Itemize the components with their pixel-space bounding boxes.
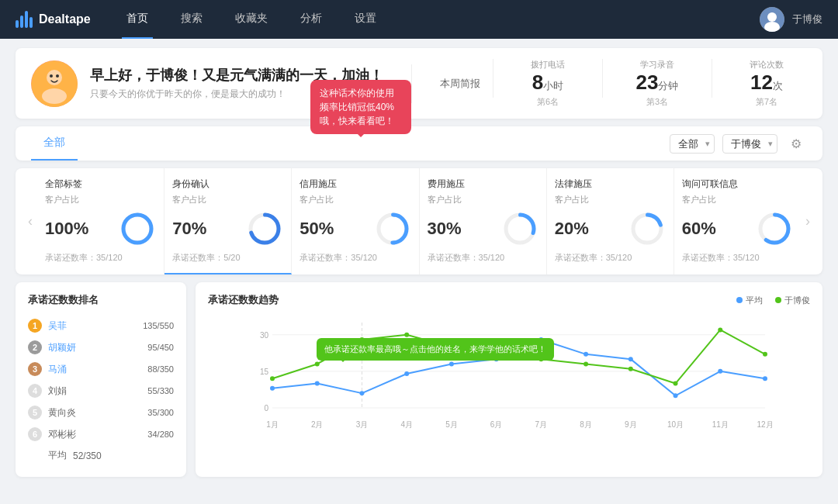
metric-sub-2: 客户占比: [300, 194, 410, 205]
svg-point-62: [763, 352, 767, 357]
svg-point-60: [674, 381, 678, 386]
svg-text:15: 15: [260, 368, 269, 376]
metric-card-1[interactable]: 身份确认 客户占比 70% 承诺还数率：5/20: [164, 168, 292, 274]
metric-card-0[interactable]: 全部标签 客户占比 100% 承诺还数率：35/120: [37, 168, 164, 274]
tab-all[interactable]: 全部: [31, 126, 78, 161]
stat-comments-unit: 次: [773, 80, 783, 91]
chart-tooltip: 他承诺还款率最高哦～点击他的姓名，来学学他的话术吧！: [317, 338, 554, 361]
legend-user: 于博俊: [775, 295, 810, 306]
metric-title-1: 身份确认: [172, 178, 283, 191]
metric-card-2[interactable]: 信用施压 客户占比 50% 承诺还数率：35/120: [292, 168, 419, 274]
legend-user-dot: [775, 297, 781, 303]
metric-pct-4: 20%: [555, 219, 589, 239]
filter1-select[interactable]: 全部: [670, 134, 715, 154]
trend-panel: 承诺还数数趋势 平均 于博俊 他承诺还款率最高哦～点击他的姓名，来学学他的话术吧…: [196, 282, 822, 477]
nav-item-favorites[interactable]: 收藏夹: [230, 0, 272, 39]
legend-avg-dot: [736, 297, 743, 303]
svg-text:4月: 4月: [400, 420, 413, 429]
metrics-nav-right[interactable]: ›: [801, 168, 815, 274]
filter2-wrap: 于博俊: [722, 134, 777, 154]
rank-score-4: 35/300: [147, 408, 174, 417]
nav-item-search[interactable]: 搜索: [176, 0, 207, 39]
metric-title-2: 信用施压: [300, 178, 410, 191]
nav-right: 于博俊: [760, 7, 822, 32]
rank-num-4: 5: [28, 406, 42, 419]
nav-item-home[interactable]: 首页: [122, 0, 153, 39]
rank-avg-label: 平均: [48, 449, 67, 462]
stat-audio: 学习录音 23分钟 第3名: [626, 59, 688, 108]
metric-title-0: 全部标签: [45, 178, 156, 191]
svg-point-51: [270, 376, 275, 381]
rank-row-5: 6 邓彬彬 34/280: [28, 423, 174, 445]
navbar: Dealtape 首页 搜索 收藏夹 分析 设置 于博俊: [0, 0, 838, 39]
metric-pct-1: 70%: [172, 219, 206, 239]
stats-group: 拨打电话 8小时 第6名 学习录音 23分钟 第3名 评论次数 12次 第7名: [493, 59, 798, 108]
metric-footer-5: 承诺还数率：35/120: [682, 252, 793, 264]
metric-row-2: 50%: [300, 210, 410, 247]
metric-footer-3: 承诺还数率：35/120: [428, 252, 538, 264]
greeting-divider: [411, 64, 412, 103]
svg-point-39: [270, 386, 275, 391]
stat-comments-value: 12: [750, 71, 773, 94]
rank-score-2: 88/350: [147, 364, 174, 374]
metric-footer-2: 承诺还数率：35/120: [300, 252, 410, 264]
svg-text:30: 30: [260, 331, 269, 340]
rank-name-2[interactable]: 马涌: [48, 363, 141, 376]
rank-name-0[interactable]: 吴菲: [48, 319, 137, 333]
rank-score-0: 135/550: [143, 321, 174, 330]
metric-footer-0: 承诺还数率：35/120: [45, 252, 156, 264]
rank-name-1[interactable]: 胡颖妍: [48, 341, 141, 354]
rank-num-1: 2: [28, 340, 42, 354]
metric-card-4[interactable]: 法律施压 客户占比 20% 承诺还数率：35/120: [547, 168, 674, 274]
nav-item-settings[interactable]: 设置: [350, 0, 381, 39]
metric-row-1: 70%: [172, 210, 283, 247]
rank-num-5: 6: [28, 427, 42, 441]
svg-text:9月: 9月: [625, 420, 637, 429]
metric-sub-0: 客户占比: [45, 194, 156, 205]
metric-donut-4: [628, 210, 666, 247]
metric-row-3: 30%: [428, 210, 538, 247]
svg-point-1: [767, 12, 777, 22]
settings-button[interactable]: ⚙: [785, 133, 807, 154]
metric-title-4: 法律施压: [555, 178, 666, 191]
bottom-section: 承诺还数数排名 1 吴菲 135/550 2 胡颖妍 95/450 3 马涌 8…: [16, 282, 822, 477]
svg-text:2月: 2月: [311, 420, 324, 429]
svg-point-41: [359, 391, 364, 395]
svg-point-48: [674, 393, 678, 398]
nav-username: 于博俊: [792, 12, 822, 26]
filter1-wrap: 全部: [670, 134, 715, 154]
rank-row-2: 3 马涌 88/350: [28, 358, 174, 380]
metric-card-5[interactable]: 询问可联信息 客户占比 60% 承诺还数率：35/120: [674, 168, 801, 274]
tabs-bar: 全部 这种话术你的使用频率比销冠低40%哦，快来看看吧！ 全部 于博俊 ⚙: [16, 126, 822, 161]
metric-sub-5: 客户占比: [682, 194, 793, 205]
rank-name-4: 黄向炎: [48, 406, 141, 419]
stat-comments-label: 评论次数: [736, 59, 798, 71]
stat-calls-rank: 第6名: [517, 96, 579, 108]
trend-title: 承诺还数数趋势: [208, 293, 279, 307]
rank-name-3: 刘娟: [48, 385, 141, 398]
metrics-nav-left[interactable]: ‹: [23, 168, 37, 274]
stat-calls-value: 8: [532, 71, 543, 94]
svg-text:5月: 5月: [445, 420, 458, 429]
chart-area: 他承诺还款率最高哦～点击他的姓名，来学学他的话术吧！ 015301月2月3月4月…: [208, 315, 810, 431]
svg-text:8月: 8月: [580, 420, 592, 429]
svg-point-58: [583, 361, 588, 366]
metric-sub-4: 客户占比: [555, 194, 666, 205]
avatar: [760, 7, 784, 32]
logo-text: Dealtape: [39, 12, 91, 26]
metric-card-3[interactable]: 费用施压 客户占比 30% 承诺还数率：35/120: [420, 168, 547, 274]
nav-item-analysis[interactable]: 分析: [296, 0, 327, 39]
stat-comments-rank: 第7名: [736, 96, 798, 108]
metric-sub-1: 客户占比: [172, 194, 283, 205]
svg-point-49: [718, 369, 722, 374]
metric-row-0: 100%: [45, 210, 156, 247]
stat-audio-value: 23: [636, 71, 659, 94]
rank-avg-row: 平均 52/350: [28, 445, 174, 466]
rank-name-5: 邓彬彬: [48, 428, 141, 441]
legend-avg-label: 平均: [746, 295, 763, 306]
rank-num-2: 3: [28, 362, 42, 376]
ranking-title: 承诺还数数排名: [28, 293, 174, 307]
metric-pct-2: 50%: [300, 219, 334, 239]
ranking-panel: 承诺还数数排名 1 吴菲 135/550 2 胡颖妍 95/450 3 马涌 8…: [16, 282, 186, 477]
filter2-select[interactable]: 于博俊: [722, 134, 777, 154]
